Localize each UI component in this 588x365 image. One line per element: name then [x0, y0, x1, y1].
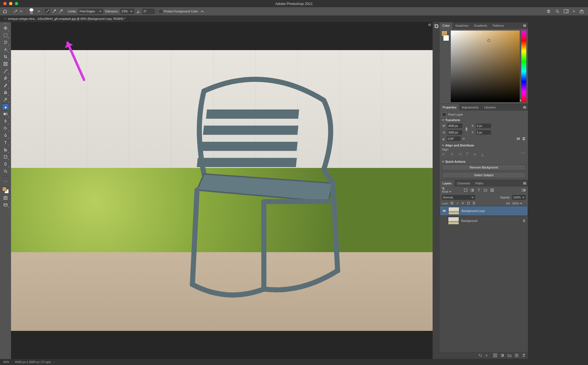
screenmode-icon[interactable] — [2, 202, 9, 208]
search-icon[interactable] — [555, 9, 560, 14]
more-align-icon[interactable] — [521, 152, 526, 157]
window-minimize-button[interactable] — [9, 2, 12, 5]
align-right-icon[interactable] — [457, 152, 462, 157]
tolerance-select[interactable]: 23% — [120, 9, 134, 14]
tab-channels[interactable]: Channels — [454, 180, 473, 187]
tool-preset-icon[interactable] — [13, 9, 18, 14]
zoom-level[interactable]: 60% — [3, 360, 9, 364]
hue-slider-handle[interactable] — [520, 99, 521, 102]
tab-patterns[interactable]: Patterns — [490, 22, 507, 29]
layer-name[interactable]: Background copy — [462, 209, 485, 213]
workspace-dropdown[interactable] — [573, 10, 575, 13]
pressure-icon[interactable] — [200, 9, 205, 14]
tab-color[interactable]: Color — [440, 22, 452, 29]
align-left-icon[interactable] — [442, 152, 447, 157]
align-hcenter-icon[interactable] — [450, 152, 455, 157]
flip-v-icon[interactable] — [522, 137, 526, 141]
crop-tool[interactable] — [2, 53, 9, 60]
tool-preset-dropdown[interactable] — [20, 10, 22, 13]
canvas-area[interactable] — [11, 22, 433, 359]
transform-h-input[interactable] — [447, 130, 462, 135]
doc-info[interactable]: 4500 px x 3000 px (72 ppi) › — [15, 360, 54, 364]
lock-pixels-icon[interactable] — [450, 201, 454, 205]
flip-h-icon[interactable] — [516, 137, 520, 141]
move-tool[interactable] — [2, 25, 9, 31]
panel-menu-icon[interactable] — [521, 24, 528, 27]
history-panel-icon[interactable] — [434, 24, 438, 28]
pen-tool[interactable] — [2, 132, 9, 139]
delete-layer-icon[interactable] — [522, 353, 526, 357]
tab-layers[interactable]: Layers — [440, 180, 454, 187]
eyedropper-tool[interactable] — [2, 68, 9, 74]
history-brush-tool[interactable] — [2, 96, 9, 103]
opacity-select[interactable]: 100% — [512, 195, 526, 200]
color-field-cursor[interactable] — [487, 39, 490, 42]
type-tool[interactable] — [2, 139, 9, 146]
filter-adjust-icon[interactable] — [470, 188, 474, 192]
document-canvas[interactable] — [11, 50, 433, 331]
layer-row[interactable]: Background copy — [440, 206, 528, 216]
lock-paint-icon[interactable] — [456, 201, 460, 205]
zoom-tool[interactable] — [2, 168, 9, 175]
tab-adjustments[interactable]: Adjustments — [459, 104, 481, 111]
layer-filter-select[interactable]: Kind — [442, 187, 461, 193]
layer-name[interactable]: Background — [461, 219, 478, 222]
angle-input[interactable]: 0° — [142, 9, 155, 14]
sampling-swatch-icon[interactable] — [58, 9, 63, 14]
brush-tool[interactable] — [2, 82, 9, 89]
blur-tool[interactable] — [2, 118, 9, 124]
brush-preview[interactable]: 50 — [27, 8, 36, 14]
shape-tool[interactable] — [2, 154, 9, 160]
limits-select[interactable]: Find Edges — [78, 9, 103, 14]
blend-mode-select[interactable]: Normal — [442, 195, 475, 200]
new-layer-icon[interactable] — [515, 353, 519, 357]
tab-libraries[interactable]: Libraries — [481, 104, 498, 111]
workspace-icon[interactable] — [564, 9, 569, 14]
transform-angle-input[interactable] — [447, 137, 461, 141]
lock-icon[interactable] — [522, 219, 526, 222]
new-adjustment-icon[interactable] — [500, 353, 504, 357]
lock-all-icon[interactable] — [472, 201, 476, 205]
mask-icon[interactable] — [493, 353, 497, 357]
quick-actions-toggle[interactable]: Quick Actions — [442, 160, 526, 163]
window-close-button[interactable] — [3, 2, 7, 5]
filter-pixel-icon[interactable] — [463, 188, 468, 192]
picker-bg-swatch[interactable] — [443, 35, 449, 41]
hue-slider[interactable] — [521, 31, 526, 102]
angle-dropdown[interactable] — [462, 137, 465, 140]
filter-type-icon[interactable] — [477, 188, 481, 192]
brush-dropdown[interactable] — [37, 10, 40, 13]
lock-position-icon[interactable] — [461, 201, 465, 205]
transform-y-input[interactable] — [476, 130, 491, 135]
align-vcenter-icon[interactable] — [473, 152, 478, 157]
transform-x-input[interactable] — [476, 124, 491, 128]
tab-properties[interactable]: Properties — [440, 104, 459, 111]
color-swatches[interactable] — [2, 186, 9, 194]
layer-row[interactable]: Background — [440, 216, 528, 226]
layer-thumbnail[interactable] — [448, 207, 459, 215]
link-wh-icon[interactable] — [465, 126, 468, 132]
tab-swatches[interactable]: Swatches — [452, 22, 471, 29]
edit-toolbar-icon[interactable] — [2, 178, 9, 185]
filter-toggle-switch[interactable] — [521, 188, 526, 192]
home-button[interactable] — [2, 8, 8, 14]
hand-tool[interactable] — [2, 161, 9, 167]
tab-gradients[interactable]: Gradients — [471, 22, 490, 29]
stamp-tool[interactable] — [2, 89, 9, 96]
expand-panels-icon[interactable] — [428, 23, 431, 26]
select-subject-button[interactable]: Select Subject — [442, 172, 526, 178]
panel-menu-icon[interactable] — [521, 106, 528, 109]
frame-tool[interactable] — [2, 61, 9, 67]
marquee-tool[interactable] — [2, 32, 9, 39]
align-top-icon[interactable] — [465, 152, 470, 157]
panel-menu-icon[interactable] — [521, 182, 528, 185]
tab-paths[interactable]: Paths — [473, 180, 486, 187]
close-tab-icon[interactable]: × — [4, 17, 6, 20]
cloud-docs-icon[interactable] — [546, 9, 551, 14]
layer-thumbnail[interactable] — [448, 217, 459, 225]
transform-w-input[interactable] — [447, 124, 462, 128]
link-layers-icon[interactable] — [478, 353, 482, 357]
dodge-tool[interactable] — [2, 125, 9, 132]
protect-fg-checkbox[interactable] — [159, 10, 162, 13]
document-tab[interactable]: × enrique-ortega-mira... b3xo3WvH_g8-uns… — [2, 15, 128, 22]
